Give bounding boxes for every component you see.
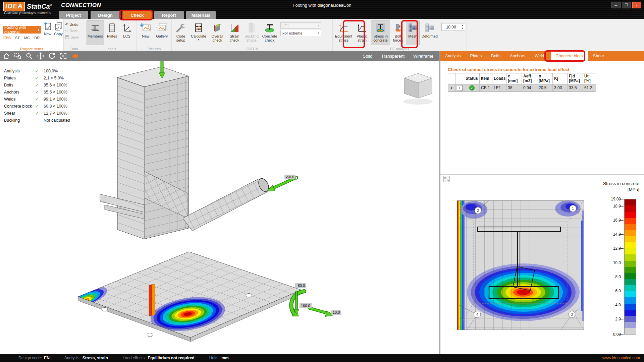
cell-kj: 3.00: [553, 84, 568, 92]
view-mode-transparent[interactable]: Transparent: [381, 54, 405, 59]
project-item-eps[interactable]: EPS: [3, 36, 11, 40]
status-bar: Design code:EN Analysis:Stress, strain L…: [0, 354, 644, 362]
concrete-check-table: Status Item Loads c[mm] Aeff[m2] σ[MPa] …: [448, 73, 596, 92]
abacus-icon: [193, 22, 204, 34]
rotate-icon[interactable]: [47, 52, 57, 60]
panel-tab-concrete-block[interactable]: Concrete block: [551, 51, 588, 61]
new-project-item-button[interactable]: New: [43, 22, 52, 36]
home-view-icon[interactable]: [1, 52, 11, 60]
plot-title: Stress in concrete[MPa]: [603, 181, 639, 192]
result-row-anchors[interactable]: Anchors✓65,5 < 100%: [4, 88, 70, 96]
status-units: Units:mm: [209, 356, 229, 360]
lcs-toggle-button[interactable]: LCS: [120, 20, 133, 45]
new-picture-icon: [140, 22, 151, 34]
status-analysis-type: Analysis:Stress, strain: [64, 356, 108, 360]
zoom-window-icon[interactable]: [13, 52, 23, 60]
project-item-dr[interactable]: DR: [34, 36, 40, 40]
bolt-forces-icon: [392, 22, 404, 34]
gallery-icon: [156, 22, 168, 34]
expand-plot-button[interactable]: [443, 176, 450, 182]
ribbon-group-pictures: New Gallery Pictures: [137, 19, 172, 51]
mesh-button[interactable]: Mesh: [406, 20, 420, 45]
plastic-strain-icon: [356, 22, 368, 34]
tab-materials[interactable]: Materials: [186, 11, 216, 19]
buckling-shape-button[interactable]: Buckling shape: [243, 20, 260, 45]
axes-icon: [121, 22, 132, 34]
result-row-analysis[interactable]: Analysis✓100,0%: [4, 67, 70, 74]
code-setup-button[interactable]: Code setup: [173, 20, 189, 45]
new-picture-button[interactable]: New: [138, 20, 153, 45]
overall-check-button[interactable]: Overall check: [209, 20, 226, 45]
project-item-selector[interactable]: Footing with diagonal ▾: [3, 26, 41, 34]
group-label-fe-analysis: FE analysis: [333, 47, 467, 51]
app-window: IDEA StatiCa® Calculate yesterday's esti…: [0, 0, 644, 362]
stress-in-concrete-button[interactable]: Stress in concrete: [371, 20, 390, 45]
spinner-up-icon[interactable]: ▲: [462, 24, 464, 27]
maximize-button[interactable]: ❐: [622, 2, 631, 8]
contour-plot: 2 1 4 3: [457, 200, 584, 330]
tab-design[interactable]: Design: [91, 11, 120, 19]
scale-label: 16.0: [601, 218, 621, 223]
panel-tab-anchors[interactable]: Anchors: [505, 51, 530, 61]
viewport-3d[interactable]: Analysis✓100,0% Plates✓2,1 < 5,0% Bolts✓…: [0, 61, 439, 354]
project-item-st[interactable]: ST: [15, 36, 20, 40]
save-icon: [65, 35, 69, 39]
view-cube: [403, 73, 433, 105]
plates-toggle-button[interactable]: Plates: [105, 20, 119, 45]
zoom-fit-icon[interactable]: [58, 52, 68, 60]
minimize-button[interactable]: ─: [611, 2, 621, 8]
result-row-bolts[interactable]: Bolts✓85,6 < 100%: [4, 81, 70, 88]
copy-project-item-button[interactable]: Copy: [54, 22, 63, 36]
panel-tab-bolts[interactable]: Bolts: [486, 51, 505, 61]
view-mode-solid[interactable]: Solid: [363, 54, 373, 59]
paint-results-icon[interactable]: [70, 52, 80, 60]
redo-button[interactable]: ↷Redo: [65, 28, 84, 34]
project-item-selector-label: Footing with diagonal: [4, 25, 36, 35]
equivalent-stress-button[interactable]: Equivalent stress: [334, 20, 353, 45]
result-row-plates[interactable]: Plates✓2,1 < 5,0%: [4, 74, 70, 81]
result-row-shear[interactable]: Shear✓12,7 < 100%: [4, 110, 70, 117]
panel-tab-plates[interactable]: Plates: [466, 51, 487, 61]
concrete-check-icon: [264, 22, 275, 34]
members-toggle-button[interactable]: Members: [87, 20, 104, 45]
deformed-button[interactable]: Deformed: [420, 20, 439, 45]
tab-project[interactable]: Project: [59, 11, 88, 19]
save-button[interactable]: Save: [65, 35, 84, 40]
result-row-welds[interactable]: Welds✓99,1 < 100%: [4, 96, 70, 103]
close-button[interactable]: ×: [632, 2, 641, 8]
chevron-down-icon: ▾: [38, 28, 39, 32]
row-add-button[interactable]: +: [457, 85, 463, 91]
group-label-pictures: Pictures: [137, 47, 171, 51]
calculate-button[interactable]: Calculate ▾: [189, 20, 208, 45]
panel-tab-welds[interactable]: Welds: [530, 51, 551, 61]
project-item-mc[interactable]: MC: [24, 36, 30, 40]
plastic-strain-button[interactable]: Plastic strain: [354, 20, 370, 45]
load-case-dropdown[interactable]: LE1▾: [280, 22, 321, 29]
strain-check-button[interactable]: Strain check: [227, 20, 242, 45]
deformed-scale-input[interactable]: 10.00 ▲▼: [441, 23, 465, 31]
view-mode-wireframe[interactable]: Wireframe: [413, 54, 433, 59]
group-label-project-items: Project items: [0, 47, 63, 51]
ribbon-tabs: Project Design Check Report Materials: [59, 11, 216, 19]
panel-splitter[interactable]: [440, 174, 644, 175]
website-link[interactable]: www.ideastatica.com: [602, 356, 640, 360]
concrete-check-button[interactable]: Concrete check: [261, 20, 278, 45]
calculate-dropdown-arrow[interactable]: ▾: [198, 39, 199, 41]
pan-icon[interactable]: [36, 52, 46, 60]
concrete-block-slab: [66, 252, 301, 342]
anchor-1: [102, 308, 108, 311]
undo-button[interactable]: ↶Undo: [65, 22, 84, 27]
spinner-down-icon[interactable]: ▼: [462, 27, 464, 30]
panel-tab-analysis[interactable]: Analysis: [440, 51, 466, 61]
table-header-row: Status Item Loads c[mm] Aeff[m2] σ[MPa] …: [448, 73, 596, 84]
result-row-concrete-block[interactable]: Concrete block✓60,8 < 100%: [4, 103, 70, 110]
tab-check[interactable]: Check: [122, 11, 152, 19]
bolt-forces-button[interactable]: Bolt forces: [391, 20, 405, 45]
panel-tab-shear[interactable]: Shear: [588, 51, 609, 61]
row-expander[interactable]: ›: [448, 84, 455, 92]
tab-report[interactable]: Report: [154, 11, 184, 19]
result-row-buckling[interactable]: BucklingNot calculated: [4, 117, 70, 124]
zoom-icon[interactable]: [24, 52, 34, 60]
gallery-button[interactable]: Gallery: [154, 20, 170, 45]
extreme-filter-dropdown[interactable]: For extreme▾: [280, 30, 321, 36]
